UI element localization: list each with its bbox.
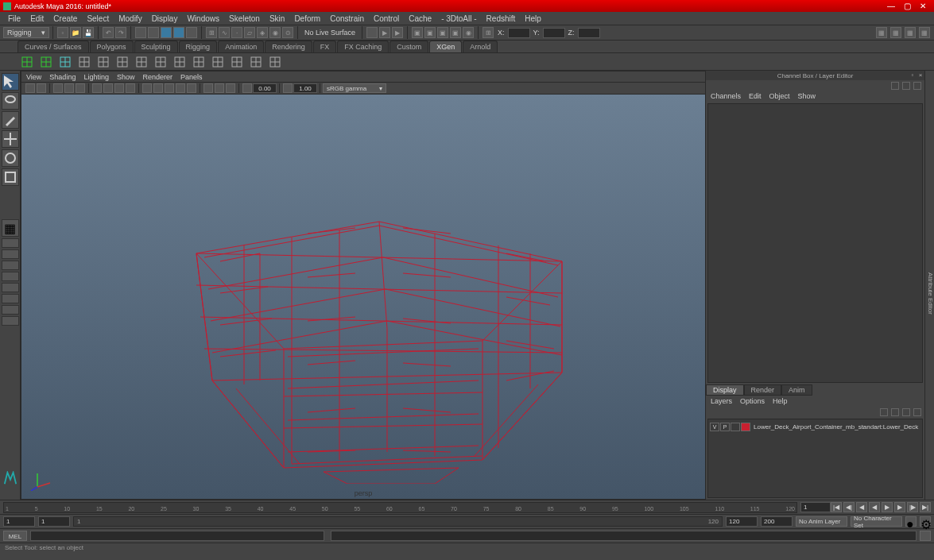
step-back-key-button[interactable]: ◀| bbox=[843, 502, 855, 512]
play-back-button[interactable]: ◀ bbox=[869, 502, 880, 512]
lasso-button[interactable] bbox=[148, 27, 159, 38]
prefs-button[interactable]: ⚙ bbox=[920, 516, 931, 527]
render-region-button[interactable]: ▣ bbox=[424, 27, 436, 38]
panel-menu-shading[interactable]: Shading bbox=[49, 73, 76, 81]
shelf-item-10[interactable] bbox=[209, 54, 227, 70]
construction-history-button[interactable] bbox=[366, 27, 378, 38]
x-input[interactable] bbox=[508, 28, 530, 38]
layer-item[interactable]: V P Lower_Deck_Airport_Container_mb_stan… bbox=[710, 422, 920, 432]
menu-skin[interactable]: Skin bbox=[265, 14, 289, 23]
xray-joints-button[interactable] bbox=[226, 83, 235, 93]
menu-windows[interactable]: Windows bbox=[182, 14, 224, 23]
paint-tool[interactable] bbox=[2, 111, 19, 129]
select-tool[interactable] bbox=[2, 73, 19, 91]
panel-menu-lighting[interactable]: Lighting bbox=[83, 73, 109, 81]
render-settings-button[interactable]: ▣ bbox=[437, 27, 448, 38]
manip-icon-1[interactable] bbox=[891, 82, 899, 90]
shelf-tab-curvessurfaces[interactable]: Curves / Surfaces bbox=[17, 41, 89, 52]
layout-preset-1[interactable] bbox=[2, 238, 19, 248]
panel-menu-panels[interactable]: Panels bbox=[180, 73, 203, 81]
detach-icon[interactable]: ▫ bbox=[909, 71, 917, 79]
colorspace-selector[interactable]: sRGB gamma▾ bbox=[323, 83, 386, 93]
shelf-tab-custom[interactable]: Custom bbox=[389, 41, 428, 52]
shelf-item-12[interactable] bbox=[247, 54, 265, 70]
layer-icon-1[interactable] bbox=[880, 408, 888, 416]
render-button[interactable]: ▶ bbox=[379, 27, 390, 38]
manip-icon-2[interactable] bbox=[902, 82, 910, 90]
sidebar-toggle-3[interactable]: ▦ bbox=[905, 27, 916, 38]
layout-button[interactable]: ▦ bbox=[2, 219, 19, 237]
panel-menu-renderer[interactable]: Renderer bbox=[142, 73, 172, 81]
shelf-item-7[interactable] bbox=[152, 54, 169, 70]
shelf-item-13[interactable] bbox=[266, 54, 284, 70]
paint-select-button[interactable] bbox=[161, 27, 172, 38]
shelf-item-6[interactable] bbox=[133, 54, 150, 70]
layer-icon-4[interactable] bbox=[913, 408, 921, 416]
bookmark-button[interactable] bbox=[37, 83, 46, 93]
layer-color-swatch[interactable] bbox=[741, 423, 750, 431]
image-plane-button[interactable] bbox=[53, 83, 63, 93]
shelf-item-11[interactable] bbox=[228, 54, 246, 70]
new-scene-button[interactable]: ▫ bbox=[57, 27, 68, 38]
lights-button[interactable]: ◉ bbox=[463, 27, 474, 38]
menu-modify[interactable]: Modify bbox=[114, 14, 146, 23]
layer-tab-render[interactable]: Render bbox=[744, 384, 782, 396]
step-back-button[interactable]: ◀ bbox=[856, 502, 867, 512]
layout-preset-4[interactable] bbox=[2, 272, 19, 281]
film-gate-button[interactable] bbox=[103, 83, 113, 93]
minimize-button[interactable]: — bbox=[883, 2, 899, 10]
shelf-item-1[interactable] bbox=[37, 54, 55, 70]
menu-skeleton[interactable]: Skeleton bbox=[224, 14, 265, 23]
shelf-item-4[interactable] bbox=[95, 54, 112, 70]
camera-select-button[interactable] bbox=[25, 83, 35, 93]
layer-tab-display[interactable]: Display bbox=[706, 384, 744, 396]
render-frame-button[interactable]: ▣ bbox=[412, 27, 423, 38]
wireframe-object[interactable] bbox=[165, 150, 594, 484]
snap-plane-button[interactable]: ▱ bbox=[244, 27, 255, 38]
channel-menu-show[interactable]: Show bbox=[798, 92, 816, 100]
gamma-value[interactable]: 1.00 bbox=[293, 83, 317, 93]
gamma-icon[interactable] bbox=[283, 83, 293, 93]
shadows-button[interactable] bbox=[187, 83, 196, 93]
maximize-button[interactable]: ▢ bbox=[899, 2, 915, 10]
menu-deform[interactable]: Deform bbox=[289, 14, 325, 23]
isolate-button[interactable] bbox=[203, 83, 213, 93]
xray-button[interactable] bbox=[215, 83, 224, 93]
exposure-icon[interactable] bbox=[242, 83, 252, 93]
layer-visibility-toggle[interactable]: V bbox=[710, 423, 719, 431]
attribute-editor-tab[interactable]: Attribute Editor bbox=[924, 71, 934, 500]
shelf-tab-arnold[interactable]: Arnold bbox=[463, 41, 498, 52]
layout-preset-6[interactable] bbox=[2, 294, 19, 303]
shelf-tab-rigging[interactable]: Rigging bbox=[179, 41, 218, 52]
resolution-gate-button[interactable] bbox=[114, 83, 124, 93]
script-language[interactable]: MEL bbox=[3, 531, 27, 541]
layer-menu-layers[interactable]: Layers bbox=[711, 397, 732, 405]
shelf-item-5[interactable] bbox=[114, 54, 131, 70]
menu-display[interactable]: Display bbox=[147, 14, 183, 23]
character-set-selector[interactable]: No Character Set bbox=[851, 516, 902, 527]
shaded-button[interactable] bbox=[153, 83, 163, 93]
snap-curve-button[interactable]: ∿ bbox=[219, 27, 230, 38]
sidebar-toggle-4[interactable]: ▦ bbox=[919, 27, 930, 38]
open-scene-button[interactable]: 📁 bbox=[70, 27, 81, 38]
layer-tab-anim[interactable]: Anim bbox=[781, 384, 812, 396]
current-frame-field[interactable]: 1 bbox=[800, 502, 831, 512]
shelf-item-0[interactable] bbox=[18, 54, 36, 70]
auto-key-button[interactable]: ● bbox=[905, 516, 917, 527]
shelf-tab-sculpting[interactable]: Sculpting bbox=[134, 41, 178, 52]
shelf-tab-polygons[interactable]: Polygons bbox=[90, 41, 134, 52]
menu-help[interactable]: Help bbox=[520, 14, 546, 23]
shelf-tab-rendering[interactable]: Rendering bbox=[265, 41, 312, 52]
manip-icon-3[interactable] bbox=[913, 82, 921, 90]
channel-menu-edit[interactable]: Edit bbox=[749, 92, 762, 100]
snap-grid-button[interactable]: ⊞ bbox=[206, 27, 217, 38]
snap-point-button[interactable]: · bbox=[231, 27, 242, 38]
save-scene-button[interactable]: 💾 bbox=[83, 27, 94, 38]
shelf-item-9[interactable] bbox=[190, 54, 207, 70]
step-forward-key-button[interactable]: |▶ bbox=[907, 502, 918, 512]
z-input[interactable] bbox=[578, 28, 600, 38]
y-input[interactable] bbox=[543, 28, 565, 38]
textured-button[interactable] bbox=[165, 83, 174, 93]
shelf-item-3[interactable] bbox=[76, 54, 93, 70]
undo-button[interactable]: ↶ bbox=[103, 27, 114, 38]
